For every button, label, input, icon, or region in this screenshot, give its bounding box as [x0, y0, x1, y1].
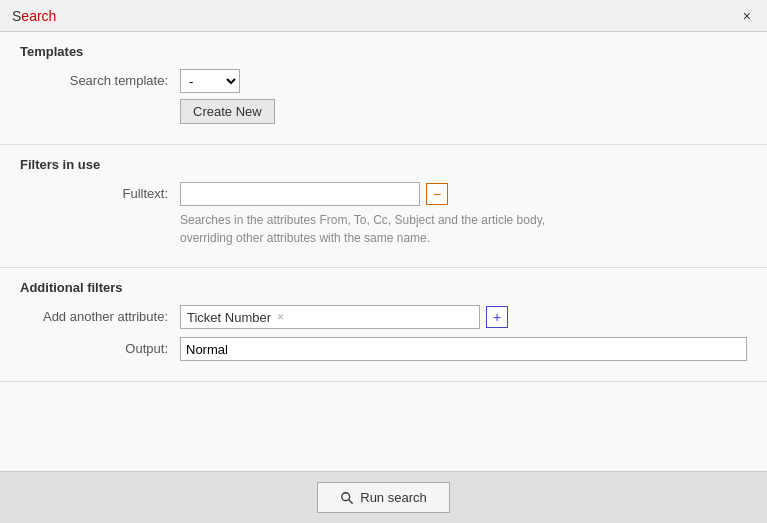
title-text-black: S — [12, 8, 21, 24]
fulltext-controls: − Searches in the attributes From, To, C… — [180, 182, 747, 247]
add-attribute-row: Add another attribute: Ticket Number × + — [20, 305, 747, 329]
filters-header: Filters in use — [20, 157, 747, 172]
output-controls — [180, 337, 747, 361]
search-template-label: Search template: — [20, 69, 180, 88]
fulltext-remove-button[interactable]: − — [426, 183, 448, 205]
additional-filters-header: Additional filters — [20, 280, 747, 295]
search-dialog: Search × Templates Search template: - Cr… — [0, 0, 767, 523]
fulltext-label: Fulltext: — [20, 182, 180, 201]
fulltext-row: Fulltext: − Searches in the attributes F… — [20, 182, 747, 247]
filters-section: Filters in use Fulltext: − Searches in t… — [0, 145, 767, 268]
ticket-number-tag-text: Ticket Number — [187, 310, 271, 325]
search-template-row: Search template: - Create New — [20, 69, 747, 124]
run-search-label: Run search — [360, 490, 426, 505]
add-attribute-button[interactable]: + — [486, 306, 508, 328]
fulltext-input[interactable] — [180, 182, 420, 206]
template-controls: - Create New — [180, 69, 747, 124]
additional-filters-section: Additional filters Add another attribute… — [0, 268, 767, 382]
ticket-number-tag-remove[interactable]: × — [277, 310, 284, 324]
run-search-button[interactable]: Run search — [317, 482, 449, 513]
output-row: Output: — [20, 337, 747, 361]
title-text-red: earch — [21, 8, 56, 24]
ticket-number-tag: Ticket Number × — [180, 305, 480, 329]
close-button[interactable]: × — [739, 7, 755, 25]
output-label: Output: — [20, 337, 180, 356]
add-attribute-label: Add another attribute: — [20, 305, 180, 324]
search-icon — [340, 491, 354, 505]
output-input[interactable] — [180, 337, 747, 361]
add-attribute-input-row: Ticket Number × + — [180, 305, 747, 329]
fulltext-help-text: Searches in the attributes From, To, Cc,… — [180, 211, 747, 247]
svg-line-1 — [349, 499, 353, 503]
dialog-content: Templates Search template: - Create New … — [0, 32, 767, 471]
title-bar: Search × — [0, 0, 767, 32]
dialog-footer: Run search — [0, 471, 767, 523]
template-select[interactable]: - — [180, 69, 240, 93]
dialog-title: Search — [12, 8, 56, 24]
templates-section: Templates Search template: - Create New — [0, 32, 767, 145]
fulltext-input-row: − — [180, 182, 747, 206]
templates-header: Templates — [20, 44, 747, 59]
template-select-row: - — [180, 69, 747, 93]
add-attribute-controls: Ticket Number × + — [180, 305, 747, 329]
create-new-button[interactable]: Create New — [180, 99, 275, 124]
